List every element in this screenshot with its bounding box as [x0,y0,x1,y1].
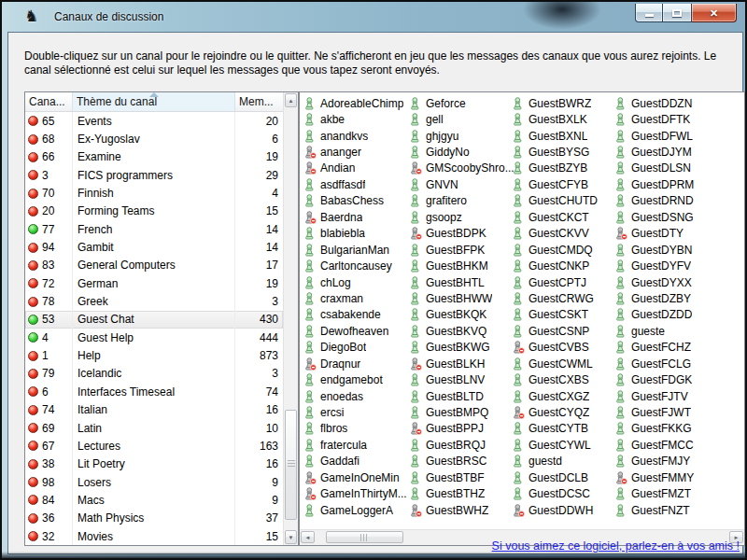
user-list-item[interactable]: GuestCXGZ [512,388,616,404]
channel-row[interactable]: 3FICS programmers29 [25,166,283,184]
user-list-item[interactable]: GuestDJYM [614,144,719,160]
channel-row[interactable]: 98Losers9 [25,473,283,491]
channel-row[interactable]: 68Ex-Yugoslav6 [25,130,283,147]
user-list-item[interactable]: GuestCKVV [512,226,616,242]
user-list-item[interactable]: GuestDFWL [614,128,719,144]
user-list-item[interactable]: DiegoBot [303,340,408,356]
user-list-item[interactable]: GuestDPRM [614,176,719,192]
channel-vertical-scrollbar[interactable]: ▲ ▼ [283,92,298,545]
user-list-item[interactable]: GuestDSNG [614,209,719,225]
channel-row[interactable]: 66Examine19 [25,148,283,166]
user-list-item[interactable]: GuestCYTB [512,421,616,437]
channel-row[interactable]: 69Latin10 [25,419,283,437]
user-list-item[interactable]: GuestCFYB [512,176,616,192]
user-list-item[interactable]: GuestBTHZ [409,486,514,502]
user-list-item[interactable]: GuestCXBS [512,371,616,387]
user-list-item[interactable]: GMScoobyShro... [409,161,514,176]
column-header-theme[interactable]: Thème du canal [73,92,235,111]
user-list-item[interactable]: GuestCYQZ [512,404,616,420]
user-list-item[interactable]: GuestCYWL [512,437,616,453]
minimize-button[interactable] [635,4,663,22]
user-list-item[interactable]: GuestDYFV [614,258,719,273]
close-button[interactable]: ✕ [692,4,737,22]
user-list-item[interactable]: GuestBWRZ [512,95,616,111]
user-list-item[interactable]: GuestDFTK [614,111,719,127]
user-list-item[interactable]: gell [409,111,514,127]
user-list-item[interactable]: GuestBWHZ [409,502,514,518]
user-list-item[interactable]: GameInOneMin [303,469,408,485]
user-list-item[interactable]: GuestDDWH [512,502,616,518]
user-list-item[interactable]: anandkvs [303,128,408,144]
user-list-item[interactable]: Draqnur [303,356,408,371]
vertical-scrollbar-thumb[interactable] [285,410,297,520]
channel-row[interactable]: 38Lit Poetry16 [25,455,283,473]
user-list-item[interactable]: GuestFDGK [614,371,719,387]
user-list-item[interactable]: GuestCMDQ [512,242,616,258]
user-list-item[interactable]: GuestDLSN [614,161,719,176]
channel-row[interactable]: 94Gambit14 [25,238,283,256]
user-list-item[interactable]: GameInThirtyM... [303,486,408,502]
user-list-item[interactable]: GuestDYXX [614,274,719,290]
user-list-item[interactable]: GuestBDPK [409,226,514,242]
user-list-item[interactable]: GuestBHTL [409,274,514,290]
channel-row[interactable]: 53Guest Chat430 [25,311,283,329]
scroll-up-arrow-icon[interactable]: ▲ [285,93,297,107]
user-list-item[interactable]: GuestCPTJ [512,274,616,290]
channel-row[interactable]: 67Lectures163 [25,437,283,455]
channel-row[interactable]: 84Macs9 [25,491,283,509]
horizontal-scrollbar-thumb[interactable] [326,531,403,543]
user-list-item[interactable]: Baerdna [303,209,408,225]
user-list-item[interactable]: endgamebot [303,371,408,387]
user-list-item[interactable]: csabakende [303,307,408,323]
user-list-item[interactable]: GuestFJWT [614,404,719,420]
channel-row[interactable]: 79Icelandic3 [25,365,283,383]
channel-row[interactable]: 72German19 [25,274,283,292]
user-list-item[interactable]: GuestDRND [614,193,719,209]
user-list-item[interactable]: blabiebla [303,226,408,242]
user-list-item[interactable]: gsoopz [409,209,514,225]
user-list-item[interactable]: craxman [303,290,408,306]
user-list-item[interactable]: Dewofheaven [303,323,408,339]
user-list-item[interactable]: ercsi [303,404,408,420]
user-list-item[interactable]: GuestCSKT [512,307,616,323]
user-list-item[interactable]: GuestDZBY [614,290,719,306]
user-list-item[interactable]: GuestFKKG [614,421,719,437]
user-list-item[interactable]: GuestBZYB [512,161,616,176]
user-list-item[interactable]: GameLoggerA [303,502,408,518]
channel-row[interactable]: 77French14 [25,220,283,238]
user-list-item[interactable]: GuestCHUTD [512,193,616,209]
user-list-item[interactable]: GuestCWML [512,356,616,371]
user-list-item[interactable]: guestd [512,454,616,469]
user-list-item[interactable]: GuestBPPJ [409,421,514,437]
channel-row[interactable]: 74Italian16 [25,401,283,419]
user-list-item[interactable]: GuestFCLG [614,356,719,371]
user-list-item[interactable]: GiddyNo [409,144,514,160]
user-list-item[interactable]: GuestCSNP [512,323,616,339]
user-list-item[interactable]: GuestBTBF [409,469,514,485]
user-list-item[interactable]: akbe [303,111,408,127]
maximize-button[interactable] [663,4,692,22]
user-list-item[interactable]: GuestFMMY [614,469,719,485]
user-list-item[interactable]: GuestBLTD [409,388,514,404]
user-list-item[interactable]: GuestCNKP [512,258,616,273]
user-list-item[interactable]: ghjgyu [409,128,514,144]
user-list-item[interactable]: GuestBHWW [409,290,514,306]
user-list-item[interactable]: GuestBFPK [409,242,514,258]
user-list-item[interactable]: GuestBLKH [409,356,514,371]
user-list-item[interactable]: ananger [303,144,408,160]
channel-row[interactable]: 78Greek3 [25,292,283,310]
user-list-item[interactable]: GuestBXLK [512,111,616,127]
user-list-item[interactable]: GuestBRQJ [409,437,514,453]
user-list-item[interactable]: Geforce [409,95,514,111]
user-list-item[interactable]: AdoreableChimp [303,95,408,111]
channel-row[interactable]: 20Forming Teams15 [25,203,283,220]
user-list-item[interactable]: GuestBKWG [409,340,514,356]
user-list-item[interactable]: grafitero [409,193,514,209]
channel-row[interactable]: 1Help873 [25,346,283,364]
user-list-item[interactable]: GuestDCLB [512,469,616,485]
user-list-item[interactable]: flbros [303,421,408,437]
user-list-item[interactable]: GuestCVBS [512,340,616,356]
user-list-item[interactable]: GuestBLNV [409,371,514,387]
user-list-item[interactable]: BabasChess [303,193,408,209]
user-list-item[interactable]: Andian [303,161,408,176]
